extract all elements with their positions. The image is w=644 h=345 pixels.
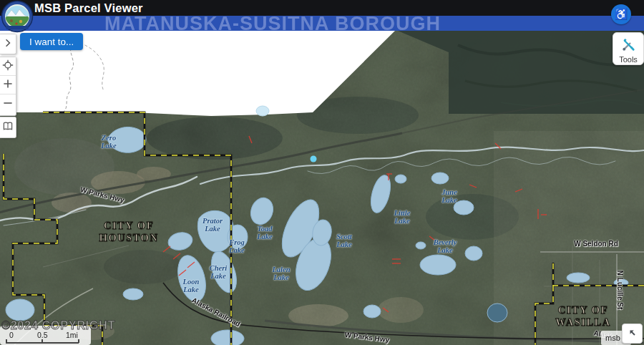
- msb-seal-logo: [1, 0, 34, 37]
- zoom-out-button[interactable]: [0, 94, 16, 113]
- tools-button-label: Tools: [613, 55, 643, 64]
- page-title: MSB Parcel Viewer: [34, 1, 143, 16]
- minus-icon: [2, 97, 14, 109]
- scale-bar: 0 0.5 1mi: [0, 326, 91, 345]
- locate-crosshair-icon: [2, 59, 14, 71]
- msb-parcel-viewer-window: MSB Parcel Viewer MATANUSKA-SUSITNA BORO…: [0, 0, 644, 345]
- plus-icon: [2, 78, 14, 89]
- wrench-screwdriver-icon: [621, 37, 636, 52]
- bookmarks-button[interactable]: [0, 117, 16, 137]
- panel-toggle-toolbar: [0, 34, 16, 54]
- zoom-in-button[interactable]: [0, 76, 16, 94]
- expand-panel-button[interactable]: [0, 34, 16, 53]
- scale-end-label: 1mi: [66, 331, 78, 339]
- wheelchair-icon: ♿: [615, 8, 628, 20]
- arrow-up-left-icon: [628, 328, 638, 338]
- borough-watermark-text: MATANUSKA-SUSITNA BOROUGH: [104, 16, 441, 31]
- pond-dot: [311, 156, 317, 162]
- bookmarks-toolbar: [0, 117, 16, 138]
- app-header: MSB Parcel Viewer: [0, 0, 644, 16]
- chevron-right-icon: [2, 37, 14, 49]
- seal-icon: [1, 0, 34, 34]
- locate-me-button[interactable]: [0, 57, 16, 76]
- accessibility-button[interactable]: ♿: [611, 4, 631, 24]
- scale-start-label: 0: [9, 331, 14, 339]
- zoom-toolbar: [0, 57, 16, 116]
- tools-button[interactable]: Tools: [613, 32, 644, 65]
- borough-banner: MATANUSKA-SUSITNA BOROUGH: [0, 16, 644, 31]
- map-viewport[interactable]: ZeroLakePratorLakeFrogLakeToadLakeLoonLa…: [0, 31, 644, 345]
- scale-mid-label: 0.5: [37, 331, 48, 339]
- aerial-imagery: [0, 31, 644, 345]
- attribution-collapse-button[interactable]: [622, 324, 643, 344]
- bookmarks-icon: [2, 120, 14, 132]
